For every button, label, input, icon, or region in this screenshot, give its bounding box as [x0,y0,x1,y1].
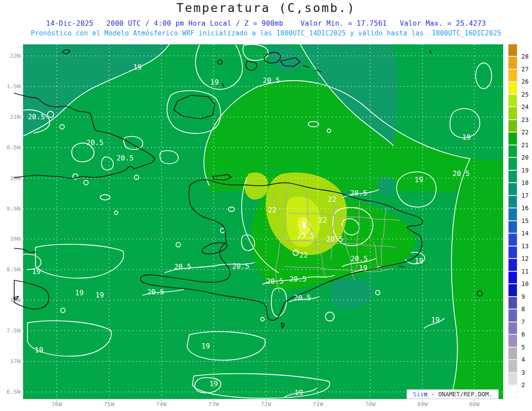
contour-label: 19 [210,78,219,86]
lat-tick-dots-right [504,239,508,239]
colorbar-label: 14 [521,230,528,237]
lat-tick-dots-right [504,147,508,148]
colorbar-cell [508,372,517,385]
colorbar-cell [508,385,517,398]
contour-label: 20.5 [86,138,104,147]
lat-tick-dots-right [504,117,508,117]
lon-tick-dot [474,399,475,401]
colorbar-cell [508,145,517,158]
colorbar-cell [508,196,517,208]
contour-label: 20.5 [174,262,192,271]
colorbar-cell [508,56,517,69]
colorbar-cell [508,69,517,82]
contour-label: 19 [431,316,439,324]
contour-label: 22 [268,206,276,214]
colorbar-cell [508,44,517,57]
contour-label: 20.5 [232,262,250,270]
colorbar-label: 19 [521,167,528,174]
forecast-datetime-line: 14-Dic-2025 2000 UTC / 4:00 pm Hora Loca… [0,20,532,27]
colorbar-label: 3 [521,369,525,376]
colorbar-cell [508,347,517,360]
colorbar-label: 24 [521,103,528,110]
contour-label: 20.5 [453,169,470,178]
lon-tick-dot [370,399,371,401]
contour-label: 20.5 [266,277,284,286]
lat-tick-dots-right [504,391,508,392]
lat-tick-dots-right [504,178,508,179]
colorbar-cell [508,82,517,94]
contour-label: 19 [75,289,83,297]
contour-label: 19 [415,176,423,184]
colorbar-label: 12 [521,255,528,262]
colorbar-label: 13 [521,243,528,250]
contour-label: 20.5 [28,113,45,121]
colorbar-cell [508,157,517,170]
lat-tick-dots-right [504,361,508,362]
contour-label: 19 [35,346,43,354]
lon-label: 74W [156,401,166,407]
watermark-sis: Sis [413,391,424,398]
colorbar-label: 21 [521,141,528,149]
colorbar-cell [508,334,517,347]
colorbar-cell [508,170,517,183]
contour-label: 19 [462,133,470,141]
lon-tick-dot [56,399,57,401]
lon-label: 68W [469,401,479,407]
colorbar-cell [508,258,517,271]
hottest-spot [302,222,305,228]
lon-tick-dot [266,399,266,401]
colorbar-label: 6 [521,331,525,338]
lat-tick-dots-right [504,269,508,270]
lat-tick-dots-right [504,86,508,87]
lat-tick-dots-right [504,208,508,209]
colorbar-label: 17 [521,192,528,199]
colorbar-label: 27 [521,66,528,73]
colorbar-cell [508,132,517,145]
colorbar-label: 9 [521,293,525,300]
contour-label: 22 [328,195,336,204]
colorbar-cell [508,360,517,372]
contour-label: 19 [95,291,104,299]
contour-label: 20.5 [326,235,344,243]
colorbar-label: 20 [521,154,528,161]
contour-label: 19 [133,63,141,71]
contour-label: 19 [294,388,303,397]
colorbar-cell [508,297,517,309]
colorbar-cell [508,233,517,246]
colorbar-label: 7 [521,318,525,325]
colorbar-cell [508,309,517,322]
colorbar-label: 25 [521,91,528,98]
colorbar-label: 15 [521,217,528,224]
lon-label: 73W [208,401,219,407]
colorbar-cell [508,208,517,221]
lon-tick-dot [317,399,318,401]
watermark-org: - ONAMET/REP.DOM. [427,391,492,398]
contour-label: 20.5 [147,288,164,296]
lat-tick-dots-right [504,330,508,331]
contour-label: 19 [32,267,40,276]
contour-label: 23.5 [297,231,315,240]
contour-label: 20.5 [289,275,307,283]
lon-tick-dot [213,399,214,401]
colorbar-label: 5 [521,344,525,351]
colorbar-label: 18 [521,179,528,186]
lon-label: 72W [261,401,271,407]
colorbar-label: 16 [521,204,528,211]
colorbar-label: 11 [521,268,528,275]
colorbar-cell [508,284,517,297]
contour-label: 20.5 [263,76,280,85]
lon-tick-dot [161,399,162,401]
colorbar-cell [508,221,517,234]
colorbar-label: 28 [521,53,528,60]
contour-label: 20.5 [117,154,134,162]
lat-tick-dots-right [504,55,508,56]
lon-tick-dot [109,399,110,401]
colorbar-label: 8 [521,305,525,313]
contour-label: 19 [415,257,423,265]
colorbar-label: 26 [521,78,528,85]
lat-tick-dots-right [504,300,508,301]
contour-label: 22 [299,251,308,259]
lon-tick-dot [422,399,423,401]
colorbar-cell [508,107,517,120]
temperature-shading [23,44,503,399]
